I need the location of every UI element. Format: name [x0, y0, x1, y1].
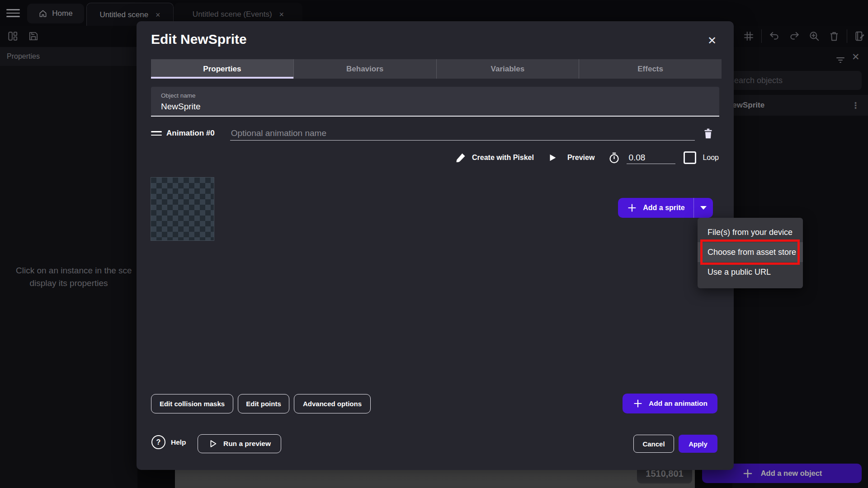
drag-handle-icon[interactable] [151, 131, 162, 136]
add-sprite-button[interactable]: Add a sprite [618, 198, 693, 218]
edit-sprite-dialog: Edit NewSprite ✕ Properties Behaviors Va… [137, 21, 734, 470]
dialog-close-icon[interactable]: ✕ [704, 33, 720, 48]
edit-collision-masks-button[interactable]: Edit collision masks [151, 394, 233, 413]
tab-properties[interactable]: Properties [151, 59, 293, 79]
plus-icon [632, 398, 643, 409]
dialog-title: Edit NewSprite [151, 32, 247, 47]
tab-variables[interactable]: Variables [436, 59, 579, 79]
chevron-down-icon [700, 206, 707, 210]
loop-label: Loop [703, 154, 719, 162]
brush-icon [455, 152, 467, 164]
advanced-options-button[interactable]: Advanced options [294, 394, 371, 413]
animation-name-input[interactable] [230, 127, 695, 141]
annotation-highlight-box [700, 239, 800, 265]
apply-button[interactable]: Apply [679, 435, 717, 453]
time-between-frames-input[interactable] [627, 152, 675, 164]
run-preview-label: Run a preview [223, 440, 271, 448]
animation-options-row: Create with Piskel Preview Loop [137, 150, 719, 166]
loop-checkbox[interactable] [684, 151, 696, 164]
stopwatch-icon [608, 152, 620, 164]
object-name-field[interactable]: Object name NewSprite [151, 87, 719, 117]
create-with-piskel-button[interactable]: Create with Piskel [455, 152, 534, 164]
tab-effects[interactable]: Effects [579, 59, 722, 79]
menu-item-use-public-url[interactable]: Use a public URL [698, 262, 803, 282]
cancel-button[interactable]: Cancel [633, 435, 674, 453]
sprite-thumbnail-placeholder[interactable] [151, 177, 214, 241]
preview-button[interactable]: Preview [547, 153, 594, 163]
run-preview-button[interactable]: Run a preview [198, 434, 281, 453]
dialog-tab-bar: Properties Behaviors Variables Effects [151, 59, 722, 79]
add-sprite-dropdown-button[interactable] [693, 198, 713, 218]
help-button[interactable]: ? Help [151, 435, 186, 449]
play-outline-icon [208, 439, 218, 449]
add-sprite-label: Add a sprite [643, 204, 684, 212]
help-icon: ? [151, 435, 165, 449]
add-sprite-split-button: Add a sprite [618, 198, 713, 218]
play-icon [547, 153, 557, 163]
delete-animation-icon[interactable] [702, 127, 714, 140]
plus-icon [627, 202, 637, 213]
tab-behaviors[interactable]: Behaviors [293, 59, 436, 79]
animation-row: Animation #0 [151, 124, 719, 142]
object-name-value: NewSprite [161, 102, 709, 112]
create-with-piskel-label: Create with Piskel [472, 154, 534, 162]
animation-label: Animation #0 [166, 129, 215, 138]
edit-points-button[interactable]: Edit points [238, 394, 289, 413]
help-label: Help [171, 438, 186, 446]
preview-label: Preview [567, 154, 594, 162]
add-animation-label: Add an animation [649, 399, 708, 408]
add-animation-button[interactable]: Add an animation [623, 394, 717, 413]
object-name-label: Object name [161, 92, 709, 99]
